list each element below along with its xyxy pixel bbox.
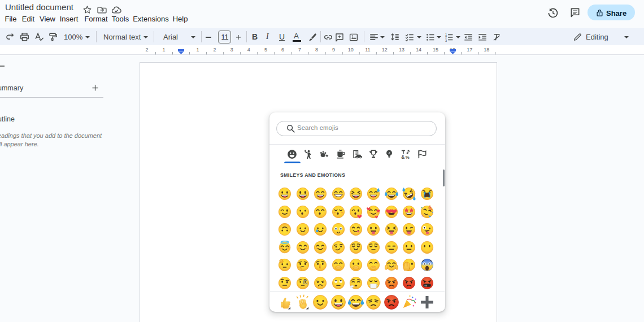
- svg-text:7: 7: [298, 47, 301, 53]
- svg-text:4: 4: [247, 47, 250, 53]
- svg-text:18: 18: [484, 47, 489, 53]
- svg-text:1: 1: [197, 47, 199, 53]
- svg-text:1: 1: [162, 47, 165, 53]
- svg-text:11: 11: [365, 47, 370, 53]
- svg-text:10: 10: [348, 47, 354, 53]
- svg-text:%: %: [406, 155, 410, 159]
- svg-text:&: &: [401, 154, 404, 159]
- svg-text:14: 14: [416, 47, 421, 53]
- svg-text:15: 15: [433, 47, 438, 53]
- svg-text:#$!: #$!: [424, 284, 427, 286]
- svg-text:3: 3: [445, 38, 447, 42]
- svg-text:8: 8: [315, 47, 318, 53]
- svg-text:13: 13: [399, 47, 404, 53]
- svg-text:12: 12: [382, 47, 388, 53]
- svg-text:17: 17: [467, 47, 472, 53]
- svg-text:9: 9: [332, 47, 335, 53]
- svg-text:5: 5: [264, 47, 267, 53]
- svg-text:2: 2: [145, 47, 148, 53]
- svg-text:3: 3: [230, 47, 233, 53]
- svg-text:6: 6: [281, 47, 284, 53]
- svg-text:2: 2: [214, 47, 216, 53]
